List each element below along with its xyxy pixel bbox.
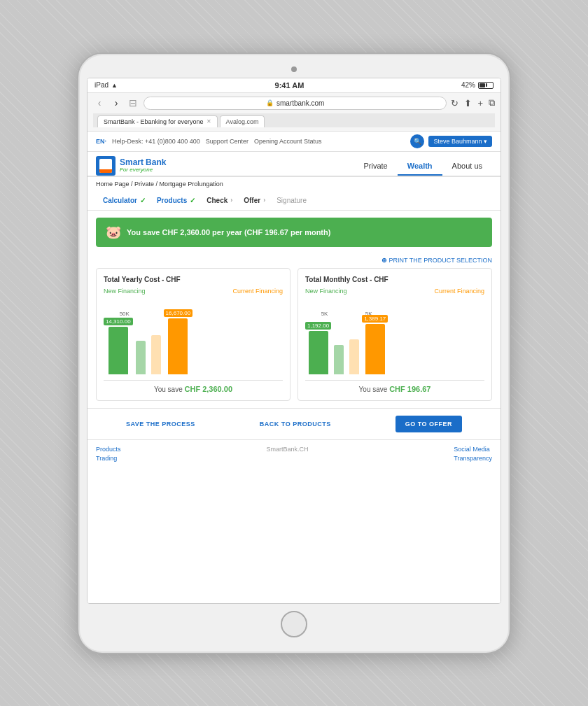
footer-col-right: Social Media Transparency	[454, 446, 492, 462]
brand-smart: Smart	[120, 157, 144, 167]
yearly-save-amount: CHF 2,360.00	[185, 385, 232, 393]
monthly-bar2b	[349, 339, 359, 374]
step-products[interactable]: Products ✓	[150, 191, 202, 210]
step-offer[interactable]: Offer ›	[237, 191, 272, 210]
brand-icon	[96, 156, 115, 176]
monthly-bar1b-wrapper	[334, 331, 344, 374]
yearly-max-label1: 50K	[120, 311, 130, 317]
user-menu-button[interactable]: Steve Bauhmann ▾	[428, 136, 492, 147]
yearly-bar-group: 14,310.00	[104, 318, 146, 374]
steps-nav: Calculator ✓ Products ✓ Check ›	[88, 191, 500, 211]
yearly-bar1-label: 14,310.00	[104, 318, 133, 325]
tab-smartbank-close[interactable]: ✕	[206, 118, 211, 125]
newtab-button[interactable]: +	[477, 98, 483, 108]
yearly-legend-current: Current Financing	[232, 288, 283, 295]
address-bar[interactable]: 🔒 smartbank.com	[144, 97, 447, 110]
tabs-button[interactable]: ⧉	[489, 97, 495, 108]
lock-icon: 🔒	[266, 99, 274, 106]
step-products-label: Products	[157, 197, 187, 204]
browser-tabs: SmartBank - Ebanking for everyone ✕ Aval…	[93, 113, 495, 127]
yearly-chart-area: 50K 14,310.00	[104, 297, 283, 374]
search-icon: 🔍	[414, 138, 421, 145]
browser-chrome: ‹ › ⊟ 🔒 smartbank.com ↻ ⬆ + ⧉	[88, 93, 500, 132]
wifi-icon: ▲	[111, 82, 118, 89]
nav-about[interactable]: About us	[442, 157, 492, 176]
yearly-chart-legend: New Financing Current Financing	[104, 288, 283, 295]
back-button[interactable]: ‹	[93, 97, 106, 108]
yearly-bar1b-wrapper	[136, 327, 146, 374]
helpdesk-link[interactable]: Help-Desk: +41 (0)800 400 400	[112, 138, 200, 145]
savings-banner: 🐷 You save CHF 2,360.00 per year (CHF 19…	[96, 218, 492, 247]
print-link[interactable]: ⊕ PRINT THE PRODUCT SELECTION	[88, 254, 500, 268]
yearly-you-save: You save CHF 2,360.00	[104, 380, 283, 393]
tab-avalog-label: Avalog.com	[226, 118, 259, 125]
status-bar: iPad ▲ 9:41 AM 42%	[88, 78, 500, 93]
breadcrumb-home[interactable]: Home Page	[96, 181, 130, 188]
battery-percent: 42%	[461, 81, 475, 89]
yearly-bar2-wrapper: 16,670.00	[164, 309, 193, 374]
utility-bar: EN· Help-Desk: +41 (0)800 400 400 Suppor…	[88, 132, 500, 152]
piggy-icon: 🐷	[106, 225, 121, 240]
language-selector[interactable]: EN·	[96, 138, 106, 145]
yearly-save-label: You save	[154, 386, 183, 393]
step-calculator[interactable]: Calculator ✓	[96, 191, 153, 210]
step-check-label: Check	[206, 197, 227, 204]
monthly-bar2	[365, 324, 385, 374]
nav-private[interactable]: Private	[354, 157, 397, 176]
step-calculator-label: Calculator	[103, 197, 137, 204]
main-nav: Smart Bank For everyone Private Wealth A…	[88, 152, 500, 177]
brand-logo[interactable]: Smart Bank For everyone	[96, 156, 166, 176]
save-process-button[interactable]: SAVE THE PROCESS	[126, 421, 195, 428]
footer-trading[interactable]: Trading	[96, 455, 121, 462]
yearly-bar-group2: 16,670.00	[151, 318, 193, 374]
footer-transparency[interactable]: Transparency	[454, 455, 492, 462]
brand-bank: Bank	[146, 157, 166, 167]
tab-smartbank[interactable]: SmartBank - Ebanking for everyone ✕	[97, 115, 218, 127]
monthly-legend-new: New Financing	[305, 288, 347, 295]
yearly-chart-title: Total Yearly Cost - CHF	[104, 276, 283, 283]
monthly-chart-legend: New Financing Current Financing	[305, 288, 484, 295]
savings-text: You save CHF 2,360.00 per year (CHF 196.…	[127, 228, 330, 236]
monthly-chart-title: Total Monthly Cost - CHF	[305, 276, 484, 283]
step-products-check: ✓	[190, 197, 195, 204]
yearly-legend-new: New Financing	[104, 288, 146, 295]
plus-icon: ⊕	[382, 257, 387, 264]
footer-brand: SmartBank.CH	[266, 446, 308, 462]
tab-avalog[interactable]: Avalog.com	[220, 115, 265, 127]
go-to-offer-button[interactable]: GO TO OFFER	[396, 416, 462, 432]
monthly-bar-group2: 1,389.17	[349, 318, 388, 374]
back-to-products-button[interactable]: BACK TO PRODUCTS	[260, 421, 331, 428]
footer-products[interactable]: Products	[96, 446, 121, 453]
action-buttons: SAVE THE PROCESS BACK TO PRODUCTS GO TO …	[88, 408, 500, 439]
brand-tagline: For everyone	[120, 167, 166, 174]
share-button[interactable]: ⬆	[464, 98, 472, 108]
site-content: EN· Help-Desk: +41 (0)800 400 400 Suppor…	[88, 132, 500, 603]
step-calculator-check: ✓	[140, 197, 146, 204]
yearly-bar1	[108, 327, 128, 374]
ipad-frame: iPad ▲ 9:41 AM 42% ‹ › ⊟	[77, 52, 511, 654]
search-button[interactable]: 🔍	[410, 134, 424, 148]
footer-social[interactable]: Social Media	[454, 446, 492, 453]
breadcrumb: Home Page / Private / Mortgage Prolungat…	[88, 177, 500, 191]
monthly-bar2-label: 1,389.17	[362, 315, 388, 323]
yearly-bar2b-wrapper	[151, 318, 161, 374]
breadcrumb-private[interactable]: Private	[134, 181, 154, 188]
home-button[interactable]	[281, 611, 307, 637]
opening-link[interactable]: Opening Account Status	[254, 138, 322, 145]
step-signature[interactable]: Signature	[270, 191, 314, 210]
reload-button[interactable]: ↻	[451, 98, 458, 108]
step-check-arrow: ›	[230, 197, 232, 204]
yearly-bar2	[168, 318, 188, 374]
url-text: smartbank.com	[276, 99, 324, 107]
device-label: iPad	[94, 81, 108, 89]
charts-section: Total Yearly Cost - CHF New Financing Cu…	[88, 268, 500, 408]
monthly-chart-card: Total Monthly Cost - CHF New Financing C…	[298, 268, 492, 401]
footer-col-left: Products Trading	[96, 446, 121, 462]
monthly-max-label1: 5K	[321, 311, 328, 317]
forward-button[interactable]: ›	[110, 97, 122, 108]
step-check[interactable]: Check ›	[200, 191, 239, 210]
support-link[interactable]: Support Center	[206, 138, 248, 145]
bookmarks-button[interactable]: ⊟	[127, 97, 139, 108]
step-signature-label: Signature	[276, 197, 307, 204]
nav-wealth[interactable]: Wealth	[398, 157, 442, 176]
